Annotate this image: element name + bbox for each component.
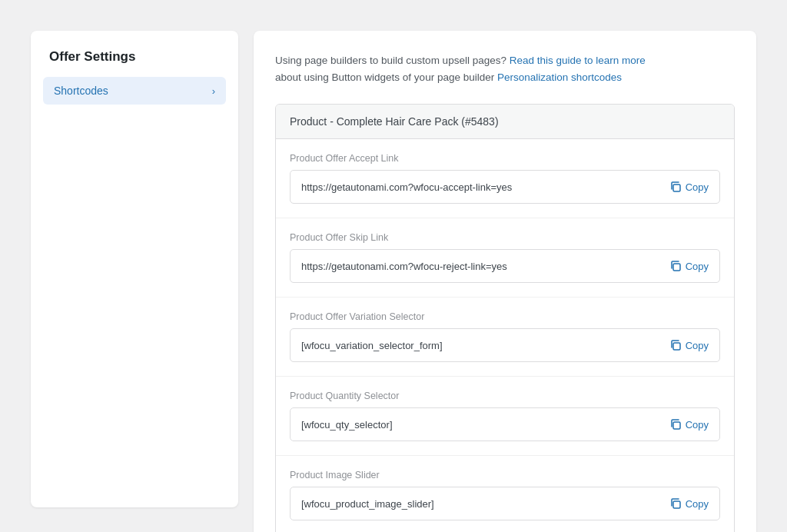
slider-label: Product Image Slider	[290, 470, 720, 480]
shortcode-group-slider: Product Image Slider [wfocu_product_imag…	[276, 456, 734, 532]
shortcode-group-accept: Product Offer Accept Link https://getaut…	[276, 139, 734, 218]
variation-label: Product Offer Variation Selector	[290, 311, 720, 322]
copy-variation-button[interactable]: Copy	[669, 339, 709, 351]
shortcode-group-quantity: Product Quantity Selector [wfocu_qty_sel…	[276, 377, 734, 456]
copy-icon	[669, 418, 682, 431]
copy-icon	[669, 339, 682, 351]
sidebar-item-label: Shortcodes	[54, 85, 108, 97]
shortcode-group-variation: Product Offer Variation Selector [wfocu_…	[276, 298, 734, 377]
variation-value: [wfocu_variation_selector_form]	[301, 340, 662, 351]
accept-link-value: https://getautonami.com?wfocu-accept-lin…	[301, 181, 662, 193]
intro-text: Using page builders to build custom upse…	[275, 52, 735, 85]
copy-icon	[669, 260, 682, 272]
shortcode-group-skip: Product Offer Skip Link https://getauton…	[276, 218, 734, 298]
sidebar-title: Offer Settings	[43, 49, 226, 65]
copy-slider-button[interactable]: Copy	[669, 497, 709, 510]
slider-value: [wfocu_product_image_slider]	[301, 498, 662, 510]
variation-row: [wfocu_variation_selector_form] Copy	[290, 328, 720, 362]
skip-link-label: Product Offer Skip Link	[290, 232, 720, 243]
skip-link-value: https://getautonami.com?wfocu-reject-lin…	[301, 261, 662, 272]
quantity-label: Product Quantity Selector	[290, 391, 720, 401]
copy-icon	[669, 497, 682, 510]
skip-link-row: https://getautonami.com?wfocu-reject-lin…	[290, 249, 720, 283]
svg-rect-3	[673, 343, 680, 350]
product-section: Product - Complete Hair Care Pack (#5483…	[275, 104, 735, 532]
svg-rect-2	[673, 264, 680, 271]
sidebar: Offer Settings Shortcodes ›	[31, 31, 238, 507]
personalization-link[interactable]: Personalization shortcodes	[497, 71, 622, 83]
main-content: Using page builders to build custom upse…	[254, 31, 756, 532]
product-header: Product - Complete Hair Care Pack (#5483…	[276, 105, 734, 139]
svg-rect-4	[673, 422, 680, 429]
accept-link-label: Product Offer Accept Link	[290, 153, 720, 164]
copy-icon	[669, 181, 682, 193]
guide-link[interactable]: Read this guide to learn more	[510, 55, 646, 66]
quantity-row: [wfocu_qty_selector] Copy	[290, 407, 720, 441]
slider-row: [wfocu_product_image_slider] Copy	[290, 487, 720, 520]
accept-link-row: https://getautonami.com?wfocu-accept-lin…	[290, 170, 720, 204]
copy-skip-link-button[interactable]: Copy	[669, 260, 709, 272]
quantity-value: [wfocu_qty_selector]	[301, 419, 662, 431]
sidebar-item-shortcodes[interactable]: Shortcodes ›	[43, 77, 226, 105]
copy-quantity-button[interactable]: Copy	[669, 418, 709, 431]
svg-rect-5	[673, 501, 680, 508]
chevron-right-icon: ›	[212, 85, 215, 97]
copy-accept-link-button[interactable]: Copy	[669, 181, 709, 193]
svg-rect-0	[673, 185, 680, 191]
